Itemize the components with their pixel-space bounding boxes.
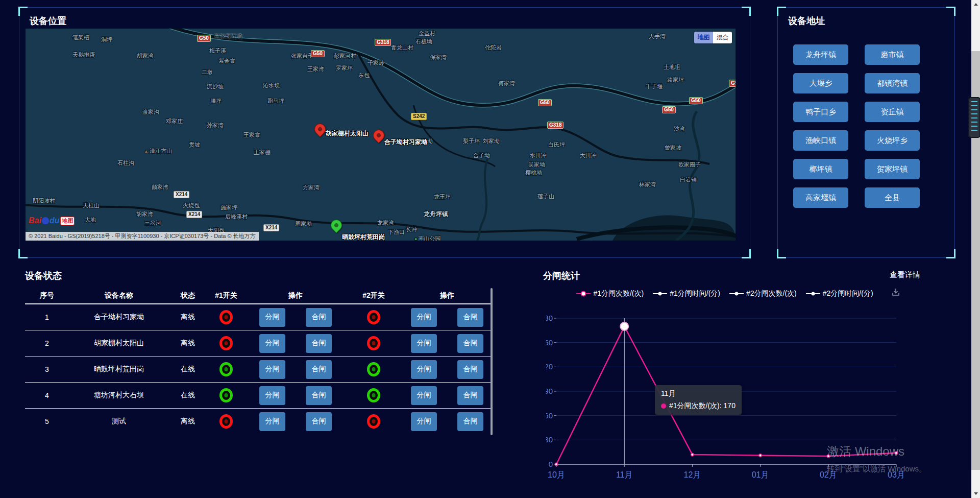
switch1-indicator-red: [219, 336, 233, 350]
address-button-8[interactable]: 火烧坪乡: [865, 130, 920, 151]
data-point: [555, 463, 558, 466]
close-switch1-button[interactable]: 合闸: [306, 386, 332, 405]
map-label: 大田冲: [580, 152, 597, 159]
chart-legend: #1分闸次数/(次)#1分闸时间/(分)#2分闸次数/(次)#2分闸时间/(分): [546, 289, 903, 298]
legend-marker-dot: [581, 291, 586, 297]
device-address-panel: 设备地址 龙舟坪镇磨市镇大堰乡都镇湾镇鸭子口乡资丘镇渔峡口镇火烧坪乡榔坪镇贺家坪…: [777, 7, 955, 258]
map-label: 长冲: [406, 226, 417, 233]
map-label: 龙舟坪镇: [424, 210, 448, 219]
y-axis-label: 0: [549, 460, 553, 468]
map-label: 刘家坳: [483, 137, 500, 145]
page-scrollbar[interactable]: [971, 0, 980, 498]
address-button-9[interactable]: 榔坪镇: [793, 159, 848, 179]
legend-marker-dot: [735, 292, 739, 296]
map-type-toggle: 地图 混合: [694, 32, 732, 43]
cell-switch2: [346, 362, 402, 376]
open-switch1-button[interactable]: 分闸: [259, 308, 285, 327]
cell-switch2: [346, 336, 402, 350]
data-point: [827, 455, 830, 458]
map-label: 青龙山村: [391, 44, 413, 52]
scroll-indicator-widget[interactable]: [968, 97, 980, 138]
close-switch1-button[interactable]: 合闸: [306, 360, 332, 379]
cell-op2: 分闸合闸: [402, 386, 493, 405]
header-switch2: #2开关: [346, 291, 402, 300]
scrollbar-up-button[interactable]: [971, 0, 980, 9]
map-label: 莲子山: [537, 193, 554, 200]
map-label: 合子坳: [473, 152, 490, 159]
open-switch1-button[interactable]: 分闸: [259, 334, 285, 353]
map-label: 樱桃坳: [525, 169, 542, 177]
address-button-3[interactable]: 大堰乡: [793, 73, 848, 93]
map-label: 石柱沟: [117, 159, 134, 167]
table-scrollbar[interactable]: [491, 288, 493, 435]
address-button-4[interactable]: 都镇湾镇: [865, 73, 920, 93]
switch1-indicator-red: [219, 414, 233, 429]
close-switch1-button[interactable]: 合闸: [306, 412, 332, 431]
cell-device-name: 晒鼓坪村荒田岗: [69, 365, 169, 374]
close-switch2-button[interactable]: 合闸: [457, 334, 483, 353]
open-switch2-button[interactable]: 分闸: [411, 386, 437, 405]
baidu-paw-icon: [42, 217, 49, 224]
legend-item-3[interactable]: #2分闸次数/(次): [729, 289, 797, 298]
map-type-hybrid-button[interactable]: 混合: [713, 32, 732, 43]
open-switch1-button[interactable]: 分闸: [259, 412, 285, 431]
open-switch1-button[interactable]: 分闸: [259, 360, 285, 379]
legend-item-4[interactable]: #2分闸时间/(分): [806, 289, 873, 298]
legend-item-1[interactable]: #1分闸次数/(次): [576, 289, 644, 298]
map-type-map-button[interactable]: 地图: [694, 32, 713, 43]
close-switch2-button[interactable]: 合闸: [457, 386, 483, 405]
address-button-7[interactable]: 渔峡口镇: [793, 130, 848, 151]
address-button-2[interactable]: 磨市镇: [865, 44, 920, 65]
y-axis-label: 180: [546, 314, 553, 322]
scrollbar-down-button[interactable]: [971, 489, 980, 498]
address-button-1[interactable]: 龙舟坪镇: [793, 44, 848, 65]
cell-device-name: 合子坳村习家坳: [69, 313, 169, 322]
table-row: 1合子坳村习家坳离线分闸合闸分闸合闸: [25, 304, 493, 330]
close-switch1-button[interactable]: 合闸: [306, 334, 332, 353]
road-g318: [358, 54, 709, 164]
address-button-10[interactable]: 贺家坪镇: [865, 159, 920, 179]
switch1-indicator-green: [219, 388, 233, 402]
baidu-map[interactable]: 笔架槽洞坪天鹅抱蛋胡家湾高家堰互通梅子溪紫金寨二墩流沙坡沁水坝腰坪跑马坪渡家沟邓…: [26, 29, 736, 241]
cell-op2: 分闸合闸: [402, 360, 493, 379]
scenic-icon: ▲: [144, 149, 149, 154]
river-branch: [477, 159, 487, 241]
address-button-6[interactable]: 资丘镇: [865, 102, 920, 122]
baidu-logo[interactable]: Baidu地图: [29, 216, 75, 225]
legend-label: #1分闸次数/(次): [593, 289, 644, 298]
map-label: 方家湾: [303, 184, 320, 192]
map-label: 后峰溪村: [225, 213, 248, 221]
map-label: 沁水坝: [263, 82, 280, 89]
open-switch2-button[interactable]: 分闸: [411, 334, 437, 353]
close-switch2-button[interactable]: 合闸: [457, 412, 483, 431]
legend-marker: [806, 291, 820, 297]
map-marker-label: 胡家棚村太阳山: [326, 129, 369, 138]
map-label: 东包: [358, 72, 370, 79]
close-switch1-button[interactable]: 合闸: [306, 308, 332, 327]
map-label: 渡家沟: [142, 108, 159, 116]
address-button-12[interactable]: 全县: [865, 187, 920, 208]
header-name: 设备名称: [69, 291, 169, 300]
open-switch2-button[interactable]: 分闸: [411, 360, 437, 379]
address-button-11[interactable]: 高家堰镇: [793, 187, 848, 208]
map-label: 千子堰: [646, 83, 663, 90]
legend-item-2[interactable]: #1分闸时间/(分): [653, 289, 720, 298]
map-label: 梨子坪: [463, 137, 480, 145]
close-switch2-button[interactable]: 合闸: [457, 308, 483, 327]
corner-bracket: [742, 249, 751, 258]
map-label: 周家坳: [295, 220, 312, 228]
open-switch2-button[interactable]: 分闸: [411, 412, 437, 431]
map-label: 彭家河村: [334, 52, 356, 60]
map-label: 白岩铺: [680, 176, 697, 183]
open-switch1-button[interactable]: 分闸: [259, 386, 285, 405]
address-button-5[interactable]: 鸭子口乡: [793, 102, 848, 122]
map-label: 龙家湾: [377, 219, 394, 227]
legend-marker-dot: [811, 292, 815, 296]
highlighted-data-point: [620, 322, 628, 330]
map-label: 人手湾: [649, 33, 666, 40]
map-label: 水田冲: [530, 152, 547, 159]
view-details-link[interactable]: 查看详情: [890, 270, 920, 280]
close-switch2-button[interactable]: 合闸: [457, 360, 483, 379]
road-badge-G50: G50: [538, 99, 552, 106]
open-switch2-button[interactable]: 分闸: [411, 308, 437, 327]
